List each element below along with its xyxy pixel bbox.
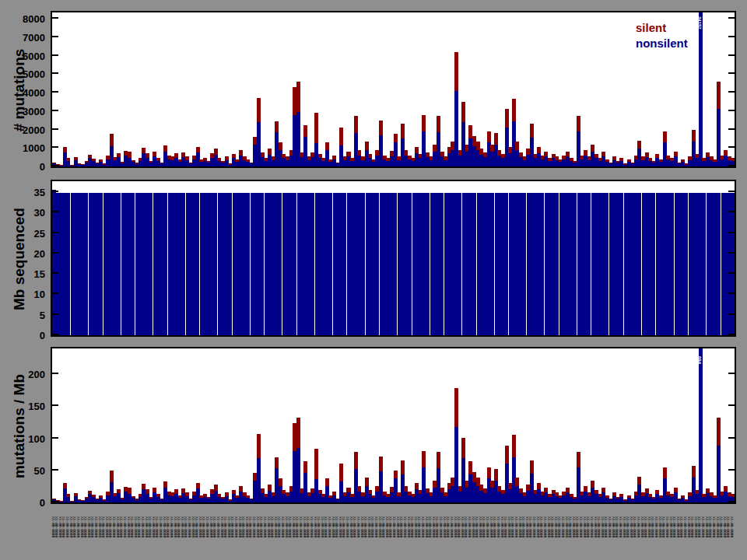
left-y-tick <box>52 313 58 315</box>
bar-separator <box>577 193 577 335</box>
bars-num-mutations <box>52 12 735 166</box>
left-y-tick <box>52 437 58 439</box>
left-y-tick <box>52 373 58 374</box>
left-y-tick <box>52 334 58 335</box>
right-y-tick <box>728 191 735 192</box>
y-tick-label: 5000 <box>8 69 45 79</box>
y-tick-label: 20 <box>8 249 45 259</box>
y-tick-label: 25 <box>8 229 45 239</box>
bar-separator <box>103 193 103 335</box>
y-tick-label: 1000 <box>8 143 45 153</box>
right-y-tick <box>728 373 735 374</box>
right-y-tick <box>728 252 735 254</box>
left-y-tick <box>52 232 58 233</box>
silent-segment <box>731 158 735 161</box>
right-y-tick <box>728 72 735 74</box>
bar-separator <box>508 193 509 335</box>
left-y-tick <box>52 72 58 74</box>
bar-separator <box>476 193 477 335</box>
bar-separator <box>185 193 186 335</box>
bar-separator <box>332 193 333 335</box>
y-tick-label: 100 <box>8 434 45 444</box>
y-tick-label: 50 <box>8 466 45 476</box>
y-tick-label: 0 <box>8 162 45 172</box>
legend-item-nonsilent: nonsilent <box>636 36 688 51</box>
bar-separator <box>199 193 200 335</box>
y-tick-label: 0 <box>8 498 45 508</box>
left-y-tick <box>52 146 58 148</box>
bar-separator <box>346 193 347 335</box>
right-y-tick <box>728 437 735 439</box>
bar-separator <box>430 193 430 335</box>
bar-separator <box>135 193 135 335</box>
left-y-tick <box>52 17 58 19</box>
y-tick-label: 7000 <box>8 33 45 43</box>
left-y-tick <box>52 128 58 130</box>
right-y-tick <box>728 128 735 130</box>
bar-separator <box>397 193 398 335</box>
bar-separator <box>706 193 707 335</box>
bar-separator <box>264 193 265 335</box>
legend: silent nonsilent <box>636 20 688 51</box>
bar-separator <box>721 193 721 335</box>
outlier-bar-label-mutations: 24157 <box>697 16 701 30</box>
mutation-rate-figure: # mutations Mb sequenced mutations / Mb … <box>0 0 747 560</box>
right-y-tick <box>728 146 735 148</box>
left-y-tick <box>52 272 58 274</box>
bar-separator <box>70 193 71 335</box>
bar-separator <box>314 193 315 335</box>
bar-separator <box>674 193 675 335</box>
bar-separator <box>444 193 444 335</box>
panel-mutations-per-mb: 694 <box>51 347 736 504</box>
bar-separator <box>494 193 495 335</box>
left-y-tick <box>52 191 58 192</box>
left-y-tick <box>52 36 58 37</box>
bars-mb-sequenced <box>52 181 735 335</box>
bar-separator <box>167 193 168 335</box>
left-y-tick <box>52 501 58 502</box>
panel-num-mutations: silent nonsilent 24157 <box>51 11 736 168</box>
right-y-tick <box>728 36 735 37</box>
bar-separator <box>641 193 642 335</box>
bar-separator <box>379 193 380 335</box>
right-y-tick <box>728 292 735 294</box>
right-y-tick <box>728 17 735 19</box>
y-tick-label: 3000 <box>8 107 45 117</box>
mb-sequenced-block <box>52 193 735 335</box>
outlier-bar-label-rate: 694 <box>697 356 701 364</box>
bar-separator <box>526 193 527 335</box>
y-tick-label: 30 <box>8 208 45 218</box>
right-y-tick <box>728 313 735 315</box>
y-tick-label: 8000 <box>8 14 45 24</box>
bar-separator <box>153 193 153 335</box>
right-y-tick <box>728 54 735 56</box>
left-y-tick <box>52 165 58 166</box>
y-tick-label: 200 <box>8 369 45 380</box>
bar-separator <box>282 193 282 335</box>
right-y-tick <box>728 404 735 406</box>
bar-separator <box>217 193 218 335</box>
y-tick-label: 35 <box>8 187 45 198</box>
bar-separator <box>655 193 656 335</box>
bar-separator <box>688 193 689 335</box>
y-tick-label: 10 <box>8 289 45 299</box>
left-y-tick <box>52 211 58 212</box>
right-y-tick <box>728 469 735 471</box>
right-y-tick <box>728 211 735 212</box>
y-tick-label: 5 <box>8 310 45 320</box>
left-y-tick <box>52 110 58 111</box>
y-tick-label: 150 <box>8 401 45 411</box>
left-y-tick <box>52 252 58 254</box>
y-tick-label: 0 <box>8 331 45 341</box>
panel-mb-sequenced <box>51 180 736 337</box>
bar-separator <box>296 193 297 335</box>
bar-separator <box>559 193 559 335</box>
bar-separator <box>591 193 591 335</box>
left-y-tick <box>52 292 58 294</box>
bar-separator <box>412 193 412 335</box>
silent-rate-segment <box>731 494 735 497</box>
legend-item-silent: silent <box>636 20 688 36</box>
x-tick-label: XX-00-0000 <box>729 516 733 558</box>
right-y-tick <box>728 165 735 166</box>
right-y-tick <box>728 334 735 335</box>
